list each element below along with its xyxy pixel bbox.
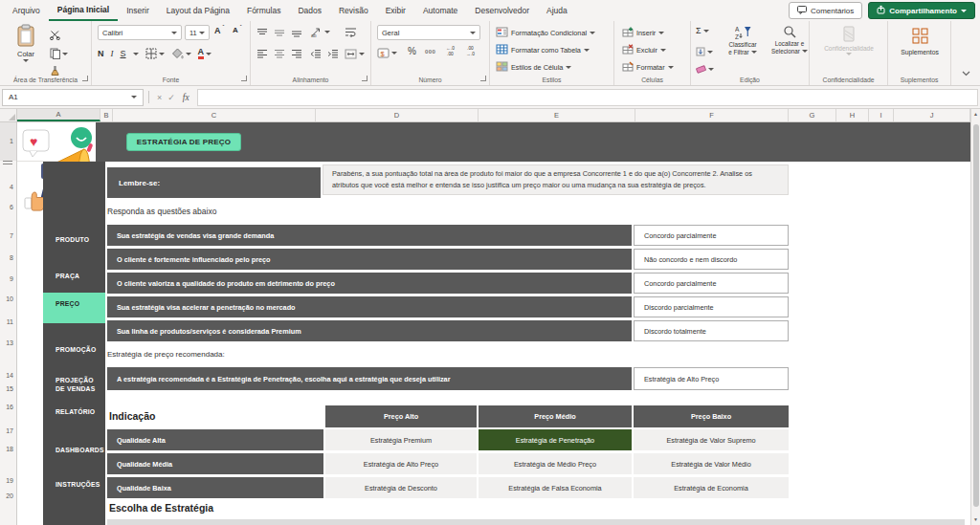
clipboard-dialog-launcher[interactable] [82, 76, 88, 81]
align-bottom-icon[interactable] [291, 28, 302, 37]
tab-pagina-inicial[interactable]: Página Inicial [49, 0, 118, 21]
matrix-cell[interactable]: Estratégia de Valor Supremo [634, 429, 789, 450]
tab-desenvolvedor[interactable]: Desenvolvedor [466, 0, 538, 21]
insert-function-icon[interactable]: fx [183, 93, 189, 102]
column-header-j[interactable]: J [894, 109, 970, 121]
row-header[interactable]: 19 [6, 477, 13, 484]
row-header[interactable]: 7 [10, 232, 13, 239]
italic-button[interactable]: I [111, 49, 114, 58]
row-header[interactable]: 13 [6, 339, 13, 346]
row-header[interactable]: 11 [7, 318, 13, 325]
align-top-icon[interactable] [256, 28, 268, 37]
question-answer-cell[interactable]: Discordo totalmente [634, 320, 789, 341]
tab-formulas[interactable]: Fórmulas [238, 0, 289, 21]
row-header[interactable]: 17 [6, 427, 13, 434]
matrix-cell[interactable]: Estratégia Premium [325, 429, 477, 450]
row-header[interactable]: 6 [10, 204, 13, 210]
align-center-icon[interactable] [274, 49, 285, 58]
sidebar-item-preco[interactable]: PREÇO [56, 299, 79, 308]
shrink-font-button[interactable]: Aˇ [233, 26, 241, 34]
accounting-format-icon[interactable]: $ [377, 47, 397, 59]
font-color-button[interactable]: A [198, 48, 212, 59]
question-answer-cell[interactable]: Concordo parcialmente [634, 225, 789, 246]
matrix-cell[interactable]: Estratégia de Falsa Economia [479, 477, 632, 498]
sidebar-item-relatorio[interactable]: RELATÓRIO [56, 407, 95, 416]
tab-arquivo[interactable]: Arquivo [4, 0, 49, 21]
select-all-corner[interactable] [0, 109, 17, 121]
matrix-cell[interactable]: Estratégia de Valor Médio [634, 453, 789, 474]
scroll-up-icon[interactable]: ▲ [971, 112, 980, 117]
matrix-cell[interactable]: Estratégia de Médio Preço [479, 453, 632, 474]
row-header[interactable]: 14 [6, 372, 13, 379]
font-dialog-launcher[interactable] [241, 76, 247, 81]
row-header[interactable]: 15 [6, 385, 13, 392]
matrix-cell-selected[interactable]: Estratégia de Penetração [479, 429, 632, 450]
decrease-indent-icon[interactable] [310, 49, 322, 58]
wrap-text-icon[interactable] [345, 27, 357, 37]
increase-indent-icon[interactable] [327, 49, 339, 58]
question-answer-cell[interactable]: Não concordo e nem discordo [634, 249, 789, 270]
format-cells-button[interactable]: Formatar [622, 61, 674, 74]
comments-button[interactable]: Comentários [789, 2, 862, 19]
find-select-button[interactable]: Localizar e Selecionar [771, 25, 808, 55]
tab-ajuda[interactable]: Ajuda [538, 0, 576, 21]
sidebar-item-dashboards[interactable]: DASHBOARDS [56, 446, 104, 454]
font-size-combo[interactable]: 11 [185, 25, 210, 40]
align-right-icon[interactable] [291, 49, 302, 58]
column-header-g[interactable]: G [789, 109, 836, 121]
borders-icon[interactable] [145, 48, 165, 59]
column-header-d[interactable]: D [316, 109, 479, 121]
font-name-combo[interactable]: Calibri [98, 25, 182, 40]
underline-button[interactable]: S [121, 49, 126, 58]
recommendation-answer-cell[interactable]: Estratégia de Alto Preço [634, 367, 789, 390]
column-header-c[interactable]: C [113, 109, 316, 121]
question-answer-cell[interactable]: Concordo parcialmente [634, 273, 789, 294]
clear-button[interactable] [696, 60, 714, 77]
matrix-cell[interactable]: Estratégia de Desconto [325, 477, 477, 498]
tab-revisao[interactable]: Revisão [330, 0, 377, 21]
percent-style-button[interactable]: % [408, 46, 416, 56]
row-header[interactable]: 16 [6, 404, 13, 410]
sidebar-item-promocao[interactable]: PROMOÇÃO [56, 345, 96, 354]
cut-icon[interactable] [50, 27, 68, 44]
row-header[interactable]: 9 [10, 275, 13, 282]
column-header-h[interactable]: H [836, 109, 869, 121]
comma-style-button[interactable]: 000 [425, 49, 435, 55]
sort-filter-button[interactable]: AZ Classificar e Filtrar [716, 25, 769, 56]
sidebar-item-produto[interactable]: PRODUTO [56, 235, 89, 244]
fill-button[interactable] [696, 43, 713, 60]
question-answer-cell[interactable]: Discordo parcialmente [634, 296, 789, 317]
number-format-combo[interactable]: Geral [377, 25, 480, 40]
tab-layout-da-pagina[interactable]: Layout da Página [158, 0, 238, 21]
conditional-formatting-button[interactable]: Formatação Condicional [496, 27, 595, 39]
sidebar-item-projecao-de-vendas[interactable]: PROJEÇÃO DE VENDAS [56, 376, 98, 393]
decrease-decimal-button[interactable]: .00→.0 [466, 46, 475, 57]
align-middle-icon[interactable] [274, 28, 285, 37]
collapse-ribbon-icon[interactable] [962, 71, 970, 77]
matrix-cell[interactable]: Estratégia de Alto Preço [325, 453, 477, 474]
page-title-button[interactable]: ESTRATÉGIA DE PREÇO [126, 133, 241, 151]
copy-icon[interactable] [50, 48, 68, 59]
row-header[interactable]: 4 [10, 184, 13, 190]
tab-exibir[interactable]: Exibir [377, 0, 414, 21]
tab-automate[interactable]: Automate [414, 0, 466, 21]
tab-dados[interactable]: Dados [289, 0, 330, 21]
enter-icon[interactable]: ✓ [167, 93, 175, 102]
row-header[interactable]: 18 [6, 446, 13, 452]
column-header-e[interactable]: E [479, 109, 635, 121]
vertical-scrollbar[interactable]: ▲ ▼ [970, 109, 980, 525]
cancel-icon[interactable]: × [157, 93, 162, 102]
scroll-down-icon[interactable]: ▼ [971, 517, 980, 522]
grow-font-button[interactable]: Aˆ [214, 26, 224, 35]
paste-button[interactable]: Colar [8, 24, 44, 62]
matrix-cell[interactable]: Estratégia de Economia [634, 477, 789, 498]
sidebar-item-praca[interactable]: PRAÇA [56, 272, 79, 280]
insert-cells-button[interactable]: Inserir [622, 27, 664, 39]
number-dialog-launcher[interactable] [480, 76, 486, 81]
increase-decimal-button[interactable]: ←.0.00 [446, 46, 455, 57]
fill-color-icon[interactable] [171, 48, 191, 59]
autosum-button[interactable]: Σ [696, 26, 709, 35]
orientation-icon[interactable]: ab [310, 27, 330, 37]
align-left-icon[interactable] [256, 49, 268, 58]
alignment-dialog-launcher[interactable] [362, 76, 368, 81]
